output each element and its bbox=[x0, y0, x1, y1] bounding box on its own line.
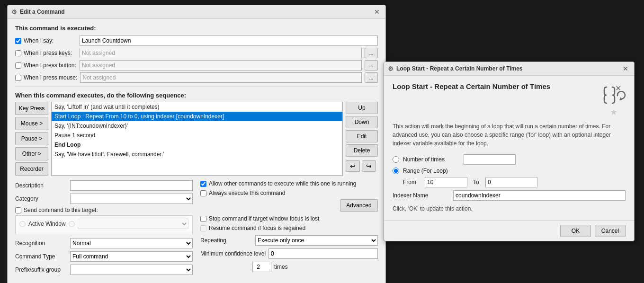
resume-if-focus-row: Resume command if focus is regained bbox=[200, 225, 378, 231]
prefix-suffix-select[interactable] bbox=[70, 265, 193, 275]
resume-if-focus-checkbox[interactable] bbox=[200, 225, 206, 231]
number-of-times-row: Number of times bbox=[393, 154, 626, 165]
range-for-loop-row: Range (For Loop) bbox=[393, 168, 626, 174]
loop-ok-button[interactable]: OK bbox=[560, 225, 591, 237]
number-of-times-label: Number of times bbox=[403, 156, 460, 163]
redo-button[interactable]: ↪ bbox=[362, 160, 376, 172]
number-of-times-radio[interactable] bbox=[393, 156, 399, 163]
repeating-row: Repeating Execute only once Repeat while… bbox=[200, 235, 378, 246]
seq-item-0[interactable]: Say, 'Liftoff in' (and wait until it com… bbox=[52, 102, 342, 112]
category-row: Category bbox=[15, 194, 193, 204]
undo-button[interactable]: ↩ bbox=[346, 160, 360, 172]
key-press-button[interactable]: Key Press bbox=[15, 102, 48, 115]
press-keys-edit-button[interactable]: ... bbox=[365, 48, 378, 58]
indexer-name-input[interactable] bbox=[453, 190, 626, 201]
gear-icon: ⚙ bbox=[11, 9, 17, 16]
seq-item-3[interactable]: Pause 1 second bbox=[52, 131, 342, 140]
when-i-say-checkbox[interactable] bbox=[15, 38, 21, 44]
when-i-press-keys-input[interactable] bbox=[80, 48, 362, 58]
when-i-press-keys-label: When I press keys: bbox=[15, 50, 77, 56]
sequence-list: Say, 'Liftoff in' (and wait until it com… bbox=[51, 102, 343, 176]
seq-item-5[interactable]: Say, 'We have liftoff. Farewell, command… bbox=[52, 150, 342, 159]
send-to-target-row: Send command to this target: bbox=[15, 207, 193, 213]
allow-other-commands-checkbox[interactable] bbox=[200, 181, 206, 187]
down-button[interactable]: Down bbox=[346, 116, 378, 128]
advanced-button[interactable]: Advanced bbox=[340, 199, 378, 212]
stop-if-focus-lost-checkbox[interactable] bbox=[200, 216, 206, 222]
up-button[interactable]: Up bbox=[346, 102, 378, 114]
allow-other-commands-label: Allow other commands to execute while th… bbox=[209, 180, 357, 187]
loop-dialog-close-button[interactable]: ✕ bbox=[621, 64, 630, 73]
recognition-row: Recognition Normal Fast Slow bbox=[15, 238, 193, 248]
stop-if-focus-lost-label: Stop command if target window focus is l… bbox=[209, 215, 319, 222]
bottom-left: Description Category Send command to thi… bbox=[15, 180, 193, 278]
edit-command-dialog: ⚙ Edit a Command ✕ This command is execu… bbox=[7, 5, 386, 283]
sequence-area: Key Press Mouse > Pause > Other > Record… bbox=[15, 102, 378, 176]
when-i-press-mouse-checkbox[interactable] bbox=[15, 75, 21, 81]
seq-item-4[interactable]: End Loop bbox=[52, 140, 342, 150]
when-i-say-label: When I say: bbox=[15, 37, 77, 44]
seq-item-1[interactable]: Start Loop : Repeat From 10 to 0, using … bbox=[52, 112, 342, 121]
range-for-loop-label: Range (For Loop) bbox=[403, 168, 460, 174]
edit-action-button[interactable]: Edit bbox=[346, 130, 378, 142]
to-input[interactable] bbox=[485, 177, 537, 187]
loop-start-dialog: ⚙ Loop Start - Repeat a Certain Number o… bbox=[384, 62, 635, 241]
press-mouse-edit-button[interactable]: ... bbox=[365, 72, 378, 83]
when-i-press-button-label: When I press button: bbox=[15, 62, 77, 69]
repeating-select[interactable]: Execute only once Repeat while held bbox=[255, 235, 378, 246]
other-button[interactable]: Other > bbox=[15, 147, 48, 160]
when-i-press-keys-checkbox[interactable] bbox=[15, 50, 21, 56]
number-of-times-input[interactable] bbox=[464, 154, 516, 165]
prefix-suffix-row: Prefix/suffix group bbox=[15, 265, 193, 275]
min-confidence-input[interactable] bbox=[268, 248, 378, 259]
min-confidence-row: Minimum confidence level bbox=[200, 248, 378, 259]
target-select[interactable] bbox=[78, 219, 188, 229]
recognition-select[interactable]: Normal Fast Slow bbox=[70, 238, 193, 248]
target-other-radio[interactable] bbox=[69, 221, 75, 227]
from-label: From bbox=[403, 179, 422, 186]
category-select[interactable] bbox=[70, 194, 193, 204]
resume-if-focus-label: Resume command if focus is regained bbox=[209, 225, 305, 231]
pause-button[interactable]: Pause > bbox=[15, 132, 48, 145]
always-execute-checkbox[interactable] bbox=[200, 190, 206, 196]
description-input[interactable] bbox=[70, 180, 193, 191]
when-i-press-button-input[interactable] bbox=[80, 60, 362, 71]
recorder-button[interactable]: Recorder bbox=[15, 162, 48, 176]
range-for-loop-radio[interactable] bbox=[393, 168, 399, 174]
delete-button[interactable]: Delete bbox=[346, 144, 378, 157]
press-button-edit-button[interactable]: ... bbox=[365, 60, 378, 71]
undo-redo-area: ↩ ↪ bbox=[346, 160, 378, 172]
loop-cancel-button[interactable]: Cancel bbox=[595, 225, 626, 237]
always-execute-label: Always execute this command bbox=[209, 190, 285, 196]
executed-section-title: This command is executed: bbox=[15, 25, 378, 32]
times-input[interactable] bbox=[252, 262, 271, 272]
from-input[interactable] bbox=[425, 177, 467, 187]
when-i-say-row: When I say: bbox=[15, 35, 378, 46]
recognition-label: Recognition bbox=[15, 240, 67, 247]
command-type-select[interactable]: Full command Dictation command bbox=[70, 251, 193, 262]
edit-dialog-close-button[interactable]: ✕ bbox=[372, 8, 382, 16]
target-inner: Active Window bbox=[15, 215, 193, 234]
send-to-target-checkbox[interactable] bbox=[15, 207, 21, 213]
edit-dialog-title: Edit a Command bbox=[20, 9, 369, 15]
star-icon[interactable]: ★ bbox=[610, 107, 617, 117]
mouse-button[interactable]: Mouse > bbox=[15, 117, 48, 130]
loop-dialog-title: Loop Start - Repeat a Certain Number of … bbox=[396, 65, 618, 72]
from-to-row: From To bbox=[403, 177, 626, 187]
when-i-press-button-checkbox[interactable] bbox=[15, 62, 21, 69]
category-label: Category bbox=[15, 195, 67, 202]
active-window-radio[interactable] bbox=[19, 221, 26, 227]
when-i-press-mouse-input[interactable] bbox=[80, 72, 362, 83]
when-i-say-input[interactable] bbox=[80, 35, 378, 46]
when-i-press-mouse-row: When I press button: When I press mouse:… bbox=[15, 72, 378, 83]
loop-title-row: Loop Start - Repeat a Certain Number of … bbox=[393, 82, 626, 117]
times-row: times bbox=[252, 262, 378, 272]
always-execute-row: Always execute this command bbox=[200, 190, 378, 196]
seq-item-2[interactable]: Say, '{INT:coundownIndexer}' bbox=[52, 121, 342, 131]
description-label: Description bbox=[15, 182, 67, 189]
loop-description: This action will mark the beginning of a… bbox=[393, 122, 626, 148]
loop-options: Number of times Range (For Loop) From To bbox=[393, 154, 626, 201]
loop-icon-area: ✕ ★ bbox=[602, 82, 626, 117]
active-window-label: Active Window bbox=[28, 221, 66, 227]
indexer-name-label: Indexer Name bbox=[393, 192, 449, 199]
